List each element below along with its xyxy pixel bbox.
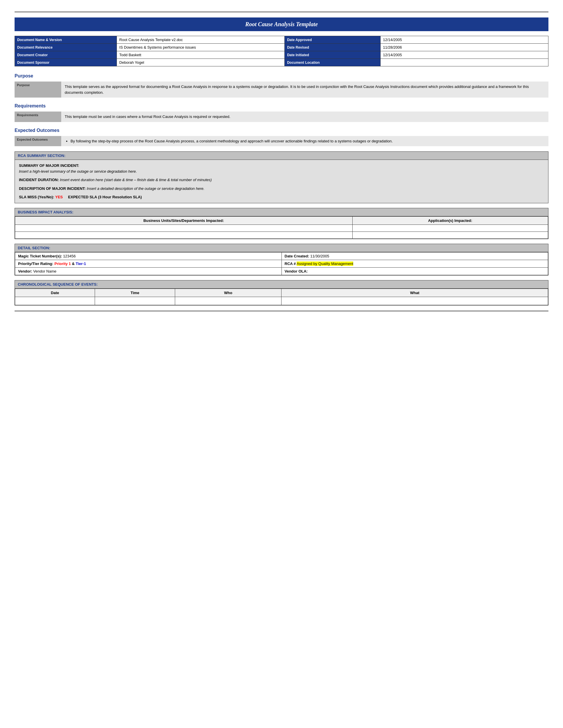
- applications-value-1: [352, 225, 548, 232]
- sla-expected-label: EXPECTED SLA (3 Hour Resolution SLA): [68, 195, 142, 199]
- detail-section: DETAIL SECTION: Magic Ticket Number(s): …: [15, 244, 548, 275]
- info-label-date-initiated: Date Initiated: [285, 51, 381, 59]
- expected-outcomes-row: Expected Outcomes By following the step-…: [15, 136, 548, 146]
- info-value-doc-location: [381, 59, 548, 66]
- detail-section-header: DETAIL SECTION:: [15, 244, 548, 252]
- chrono-col-time: Time: [95, 289, 175, 297]
- description-major-label: DESCRIPTION OF MAJOR INCIDENT:: [19, 186, 86, 191]
- tier-value: Tier-1: [76, 261, 86, 266]
- chrono-data-row: [15, 297, 548, 305]
- vendor-value: Vendor Name: [33, 269, 56, 273]
- chrono-date-value: [15, 297, 95, 305]
- chrono-time-value: [95, 297, 175, 305]
- info-row-3: Document Creator Todd Baskett Date Initi…: [15, 51, 548, 59]
- date-created-label: Date Created:: [285, 254, 310, 258]
- priority-tier-label: Priority/Tier Rating:: [18, 261, 53, 266]
- applications-value-2: [352, 232, 548, 238]
- detail-row-3: Vendor: Vendor Name Vendor OLA:: [15, 267, 548, 275]
- expected-outcomes-text-cell: By following the step-by-step process of…: [61, 136, 548, 146]
- date-created-value: 11/30/2005: [310, 254, 329, 258]
- description-major-para: DESCRIPTION OF MAJOR INCIDENT: Insert a …: [19, 186, 544, 192]
- summary-incident-para: SUMMARY OF MAJOR INCIDENT: Insert a high…: [19, 163, 544, 174]
- info-value-doc-name: Root Cause Analysis Template v2.doc: [117, 36, 285, 44]
- rca-number-label: RCA #: [285, 261, 296, 266]
- description-major-text: Insert a detailed description of the out…: [87, 186, 204, 191]
- vendor-ola-cell: Vendor OLA:: [282, 267, 548, 275]
- info-label-date-approved: Date Approved: [285, 36, 381, 44]
- chrono-header-row: Date Time Who What: [15, 289, 548, 297]
- expected-outcomes-bullet: By following the step-by-step process of…: [70, 138, 545, 144]
- vendor-ola-label: Vendor OLA:: [285, 269, 308, 273]
- chrono-section: CHRONOLOGICAL SEQUENCE OF EVENTS: Date T…: [15, 280, 548, 305]
- incident-duration-para: INCIDENT DURATION: Insert event duration…: [19, 177, 544, 183]
- magic-ticket-label: Magic Ticket Number(s):: [18, 254, 62, 258]
- purpose-text-cell: This template serves as the approved for…: [61, 82, 548, 98]
- business-impact-header: BUSINESS IMPACT ANALYSIS:: [15, 208, 548, 216]
- purpose-label-cell: Purpose: [15, 82, 61, 98]
- rca-summary-section: RCA SUMMARY SECTION: SUMMARY OF MAJOR IN…: [15, 151, 548, 203]
- business-impact-table: Business Units/Sites/Departments Impacte…: [15, 216, 548, 239]
- title-bar: Root Cause Analysis Template: [15, 17, 548, 31]
- info-label-date-revised: Date Revised: [285, 44, 381, 51]
- top-rule: [15, 12, 548, 12]
- detail-table: Magic Ticket Number(s): 123456 Date Crea…: [15, 252, 548, 275]
- sla-yes-value: YES: [55, 195, 63, 199]
- chrono-who-value: [175, 297, 282, 305]
- business-units-value-2: [15, 232, 353, 238]
- chrono-what-value: [282, 297, 548, 305]
- info-value-relevance: IS Downtimes & Systems performance issue…: [117, 44, 285, 51]
- info-label-sponsor: Document Sponsor: [15, 59, 117, 66]
- amp-text: &: [72, 261, 76, 266]
- info-row-4: Document Sponsor Deborah Yogel Document …: [15, 59, 548, 66]
- info-value-creator: Todd Baskett: [117, 51, 285, 59]
- rca-assigned-text: Assigned by Quality Management: [297, 261, 353, 266]
- chrono-col-who: Who: [175, 289, 282, 297]
- magic-ticket-cell: Magic Ticket Number(s): 123456: [15, 252, 282, 260]
- duration-value: Insert event duration here (start date &…: [60, 178, 212, 182]
- sla-miss-para: SLA MISS (Yes/No): YES EXPECTED SLA (3 H…: [19, 194, 544, 200]
- business-impact-data-row-1: [15, 225, 548, 232]
- vendor-cell: Vendor: Vendor Name: [15, 267, 282, 275]
- priority-value: Priority 1: [54, 261, 71, 266]
- chrono-table: Date Time Who What: [15, 289, 548, 305]
- chrono-section-header: CHRONOLOGICAL SEQUENCE OF EVENTS:: [15, 280, 548, 289]
- expected-outcomes-label-cell: Expected Outcomes: [15, 136, 61, 146]
- detail-row-1: Magic Ticket Number(s): 123456 Date Crea…: [15, 252, 548, 260]
- info-label-doc-name: Document Name & Version: [15, 36, 117, 44]
- info-value-sponsor: Deborah Yogel: [117, 59, 285, 66]
- rca-summary-body: SUMMARY OF MAJOR INCIDENT: Insert a high…: [15, 160, 548, 203]
- chrono-col-what: What: [282, 289, 548, 297]
- date-created-cell: Date Created: 11/30/2005: [282, 252, 548, 260]
- rca-number-cell: RCA # Assigned by Quality Management: [282, 260, 548, 267]
- purpose-row: Purpose This template serves as the appr…: [15, 82, 548, 98]
- sla-miss-label: SLA MISS (Yes/No):: [19, 195, 54, 199]
- info-table: Document Name & Version Root Cause Analy…: [15, 36, 548, 66]
- business-impact-header-row: Business Units/Sites/Departments Impacte…: [15, 216, 548, 225]
- magic-ticket-value: 123456: [63, 254, 75, 258]
- info-value-date-revised: 11/28/2006: [381, 44, 548, 51]
- requirements-label-cell: Requirements: [15, 112, 61, 122]
- info-value-date-initiated: 12/14/2005: [381, 51, 548, 59]
- vendor-label: Vendor:: [18, 269, 32, 273]
- info-label-doc-location: Document Location: [285, 59, 381, 66]
- info-value-date-approved: 12/14/2005: [381, 36, 548, 44]
- info-label-creator: Document Creator: [15, 51, 117, 59]
- info-row-2: Document Relevance IS Downtimes & System…: [15, 44, 548, 51]
- purpose-heading: Purpose: [15, 73, 548, 79]
- rca-summary-header: RCA SUMMARY SECTION:: [15, 152, 548, 160]
- info-label-relevance: Document Relevance: [15, 44, 117, 51]
- info-row-1: Document Name & Version Root Cause Analy…: [15, 36, 548, 44]
- incident-duration-label: INCIDENT DURATION:: [19, 178, 59, 182]
- requirements-heading: Requirements: [15, 103, 548, 109]
- applications-col-header: Application(s) Impacted:: [352, 216, 548, 225]
- requirements-row: Requirements This template must be used …: [15, 112, 548, 122]
- business-units-col-header: Business Units/Sites/Departments Impacte…: [15, 216, 353, 225]
- summary-incident-label: SUMMARY OF MAJOR INCIDENT:: [19, 163, 79, 168]
- bottom-rule: [15, 311, 548, 311]
- business-impact-data-row-2: [15, 232, 548, 238]
- expected-outcomes-heading: Expected Outcomes: [15, 128, 548, 133]
- priority-tier-cell: Priority/Tier Rating: Priority 1 & Tier-…: [15, 260, 282, 267]
- summary-incident-text: Insert a high-level summary of the outag…: [19, 169, 137, 174]
- business-impact-section: BUSINESS IMPACT ANALYSIS: Business Units…: [15, 208, 548, 239]
- business-units-value-1: [15, 225, 353, 232]
